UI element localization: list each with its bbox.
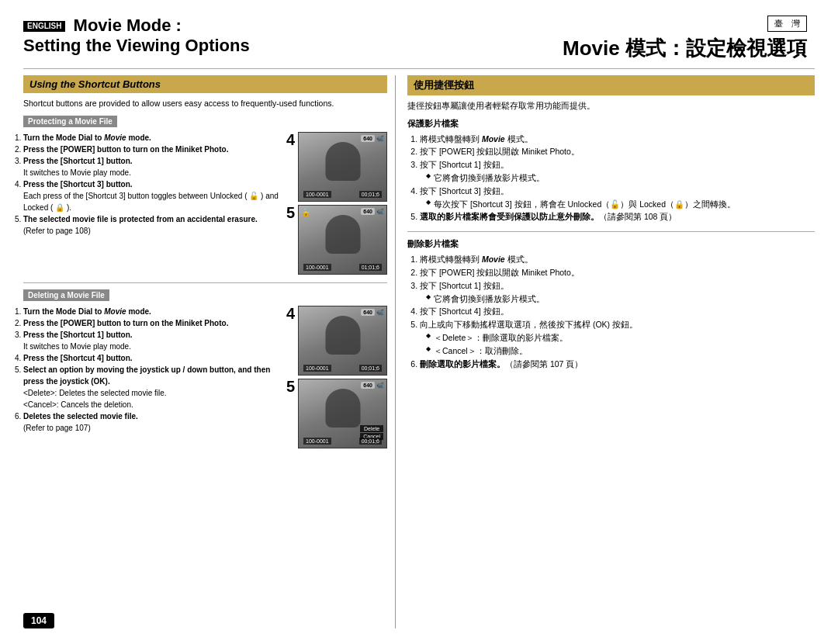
cam-counter-d4: 100-0001 [303, 365, 331, 372]
cam-badge-d5: 640 [361, 382, 375, 389]
right-protect-steps: 將模式轉盤轉到 Movie 模式。 按下 [POWER] 按鈕以開啟 Minik… [407, 133, 815, 224]
protect-instruction-row: Turn the Mode Dial to Movie mode. Press … [23, 132, 387, 275]
right-mid-separator [407, 231, 815, 232]
person-silhouette-4 [325, 142, 360, 181]
person-silhouette-d4 [325, 316, 360, 355]
right-delete-bullet-2: ＜Delete＞：刪除選取的影片檔案。 [426, 331, 815, 345]
cam-icons-top-d5: 640 📹 [361, 382, 384, 389]
delete-section: Deleting a Movie File Turn the Mode Dial… [23, 289, 387, 448]
header-right: 臺 灣 Movie 模式：設定檢視選項 [415, 16, 815, 62]
step4-badge: 4 [286, 132, 295, 147]
main-content: Using the Shortcut Buttons Shortcut butt… [23, 75, 815, 628]
delete-step-4: Press the [Shortcut 4] button. [23, 352, 280, 364]
right-protect-step-3: 按下 [Shortcut 1] 按鈕。 它將會切換到播放影片模式。 [420, 158, 815, 185]
cam-icons-top-4: 640 📹 [361, 135, 384, 142]
protect-step-5: The selected movie file is protected fro… [23, 213, 280, 237]
cam-counter-d5: 100-0001 [303, 438, 331, 445]
right-protect-step-4: 按下 [Shortcut 3] 按鈕。 每次按下 [Shortcut 3] 按鈕… [420, 185, 815, 211]
right-protect-step-2: 按下 [POWER] 按鈕以開啟 Miniket Photo。 [420, 145, 815, 158]
person-silhouette-d5 [325, 389, 360, 428]
right-delete-step-2: 按下 [POWER] 按鈕以開啟 Miniket Photo。 [420, 266, 815, 279]
right-delete-step-1: 將模式轉盤轉到 Movie 模式。 [420, 253, 815, 266]
delete-bullet-3: <Cancel>: Cancels the deletion. [23, 399, 280, 410]
delete-step-1: Turn the Mode Dial to Movie mode. [23, 306, 280, 317]
delete-instruction-row: Turn the Mode Dial to Movie mode. Press … [23, 306, 387, 448]
cam-badge-5: 640 [361, 208, 375, 215]
page-header: ENGLISH Movie Mode : Setting the Viewing… [23, 16, 815, 62]
right-shortcut-desc: 捷徑按鈕專屬讓使用者輕鬆存取常用功能而提供。 [407, 100, 815, 112]
right-protect-step-1: 將模式轉盤轉到 Movie 模式。 [420, 133, 815, 146]
protect-step-4: Press the [Shortcut 3] button. Each pres… [23, 178, 280, 213]
chinese-title: Movie 模式：設定檢視選項 [563, 35, 807, 62]
left-section-header: Using the Shortcut Buttons [23, 75, 387, 93]
right-delete-bullet-3: ＜Cancel＞：取消刪除。 [426, 345, 815, 358]
cam-timecode-5: 01;01;6 [359, 264, 382, 271]
camera-img-protect-4: 640 📹 100-0001 00;01;6 [298, 132, 387, 202]
right-delete-section: 刪除影片檔案 將模式轉盤轉到 Movie 模式。 按下 [POWER] 按鈕以開… [407, 238, 815, 370]
right-delete-steps: 將模式轉盤轉到 Movie 模式。 按下 [POWER] 按鈕以開啟 Minik… [407, 253, 815, 370]
step5-delete-badge: 5 [286, 379, 295, 394]
delete-step-2: Press the [POWER] button to turn on the … [23, 317, 280, 329]
delete-images: 4 640 📹 100-0001 [286, 306, 387, 448]
delete-step-6: Deletes the selected movie file. (Refer … [23, 410, 280, 434]
protect-bullet-1: It switches to Movie play mode. [23, 167, 280, 178]
header-divider [23, 68, 815, 69]
right-section-header: 使用捷徑按鈕 [407, 75, 815, 95]
taiwan-badge: 臺 灣 [767, 16, 807, 32]
mid-separator [23, 282, 387, 283]
right-delete-step-4: 按下 [Shortcut 4] 按鈕。 [420, 305, 815, 318]
right-delete-step-5: 向上或向下移動搖桿選取選項，然後按下搖桿 (OK) 按鈕。 ＜Delete＞：刪… [420, 318, 815, 357]
right-protect-step-5: 選取的影片檔案將會受到保護以防止意外刪除。（請參閱第 108 頁） [420, 210, 815, 223]
title-line1: ENGLISH Movie Mode : [23, 16, 415, 36]
left-column: Using the Shortcut Buttons Shortcut butt… [23, 75, 396, 628]
cam-overlay-d5: 100-0001 00;01;6 [302, 438, 383, 445]
cam-icons-top-d4: 640 📹 [361, 309, 384, 316]
protect-text: Turn the Mode Dial to Movie mode. Press … [23, 132, 280, 275]
cam-overlay-d4: 100-0001 00;01;6 [302, 365, 383, 372]
delete-step-3: Press the [Shortcut 1] button. It switch… [23, 329, 280, 352]
cam-timecode-d4: 00;01;6 [359, 365, 382, 372]
header-left: ENGLISH Movie Mode : Setting the Viewing… [23, 16, 415, 57]
right-protect-subsection: 保護影片檔案 [407, 118, 815, 130]
title-line2: Setting the Viewing Options [23, 36, 415, 56]
protect-step-1: Turn the Mode Dial to Movie mode. [23, 132, 280, 144]
delete-steps-list: Turn the Mode Dial to Movie mode. Press … [23, 306, 280, 434]
right-protect-bullet-1: 它將會切換到播放影片模式。 [426, 171, 815, 185]
delete-option-delete[interactable]: Delete [360, 425, 383, 432]
camera-img-protect-5: 640 📹 🔒 100-0001 01;01;6 [298, 205, 387, 275]
right-delete-step-3: 按下 [Shortcut 1] 按鈕。 它將會切換到播放影片模式。 [420, 279, 815, 306]
cam-badge-4: 640 [361, 135, 375, 142]
delete-step-5: Select an option by moving the joystick … [23, 364, 280, 410]
lock-icon: 🔒 [301, 208, 310, 216]
delete-bullet-2: <Delete>: Deletes the selected movie fil… [23, 387, 280, 399]
cam-badge-d4: 640 [361, 309, 375, 316]
camera-img-delete-4: 640 📹 100-0001 00;01;6 [298, 306, 387, 376]
cam-timecode-d5: 00;01;6 [359, 438, 382, 445]
cam-icons-top-5: 640 📹 [361, 208, 384, 215]
delete-note: (Refer to page 107) [23, 422, 280, 434]
cam-overlay-5: 100-0001 01;01;6 [302, 264, 383, 271]
delete-subsection-title: Deleting a Movie File [23, 289, 109, 301]
person-silhouette-5 [325, 215, 360, 254]
right-protect-bullet-2: 每次按下 [Shortcut 3] 按鈕，將會在 Unlocked（🔓）與 Lo… [426, 198, 815, 211]
protect-images: 4 640 📹 [286, 132, 387, 275]
right-column: 使用捷徑按鈕 捷徑按鈕專屬讓使用者輕鬆存取常用功能而提供。 保護影片檔案 將模式… [396, 75, 815, 628]
protect-section: Protecting a Movie File Turn the Mode Di… [23, 116, 387, 275]
cam-counter-4: 100-0001 [303, 191, 331, 198]
delete-text: Turn the Mode Dial to Movie mode. Press … [23, 306, 280, 448]
cam-overlay-4: 100-0001 00;01;6 [302, 191, 383, 198]
step4-delete-badge: 4 [286, 306, 295, 321]
protect-bullet-2: Each press of the [Shortcut 3] button to… [23, 190, 280, 213]
delete-bullet-1: It switches to Movie play mode. [23, 341, 280, 352]
cam-timecode-4: 00;01;6 [359, 191, 382, 198]
protect-step-3: Press the [Shortcut 1] button. It switch… [23, 155, 280, 178]
page-number: 104 [23, 613, 54, 628]
protect-step-2: Press the [POWER] button to turn on the … [23, 144, 280, 155]
protect-subsection-title: Protecting a Movie File [23, 116, 117, 127]
protect-steps-list: Turn the Mode Dial to Movie mode. Press … [23, 132, 280, 237]
cam-counter-5: 100-0001 [303, 264, 331, 271]
right-delete-subsection: 刪除影片檔案 [407, 238, 815, 250]
camera-img-delete-5: 640 📹 Delete Cancel 1 [298, 379, 387, 448]
shortcut-desc: Shortcut buttons are provided to allow u… [23, 98, 387, 109]
step5-badge: 5 [286, 205, 295, 220]
